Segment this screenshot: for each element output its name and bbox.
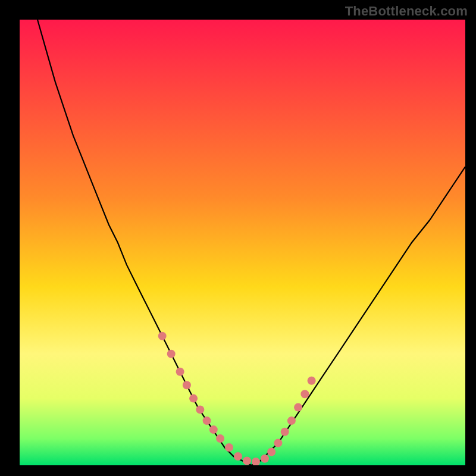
marker-point	[267, 448, 275, 456]
marker-point	[252, 458, 260, 466]
gradient-background	[20, 20, 465, 465]
marker-point	[234, 452, 242, 461]
marker-point	[300, 390, 309, 398]
marker-point	[216, 434, 224, 443]
marker-point	[274, 439, 282, 447]
marker-point	[308, 377, 316, 385]
marker-point	[203, 416, 211, 425]
marker-point	[287, 416, 296, 425]
marker-point	[281, 428, 289, 436]
watermark-label: TheBottleneck.com	[345, 4, 468, 19]
marker-point	[158, 332, 167, 340]
marker-point	[225, 443, 233, 452]
chart-container: TheBottleneck.com	[0, 0, 476, 476]
marker-point	[167, 350, 176, 358]
bottleneck-curve-chart	[0, 0, 476, 476]
marker-point	[176, 368, 184, 376]
marker-point	[243, 457, 251, 465]
marker-point	[294, 403, 302, 412]
marker-point	[183, 381, 191, 389]
marker-point	[189, 394, 198, 403]
marker-point	[261, 455, 269, 463]
marker-point	[209, 425, 218, 434]
marker-point	[196, 405, 204, 414]
